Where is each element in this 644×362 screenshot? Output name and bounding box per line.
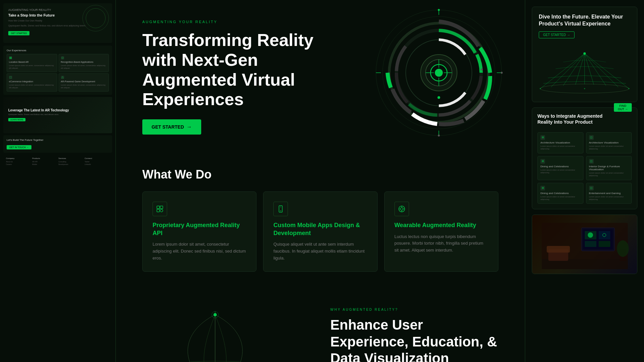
svg-point-43 [213,313,217,316]
svg-line-56 [585,53,629,88]
svg-point-58 [540,88,541,89]
dome-visual [539,42,630,95]
website-preview: AUGMENTING YOUR REALITY Take a Step Into… [0,0,115,362]
ways-item-title-2: Dining and Celebrations [540,165,580,168]
preview-exp-card-1: Recognition-Based Applications Lorem ips… [59,54,109,72]
service-card-icon-0 [153,202,167,216]
right-top-card-btn[interactable]: GET STARTED → [539,31,575,38]
svg-point-71 [588,232,593,238]
service-card-text-0: Lorem ipsum dolor sit amet, consectetur … [153,241,246,261]
ways-item-1: ◫ Architecture Visualization Lorem ipsum… [586,132,632,153]
preview-ar-text: Quisquam facilis. Donec sed finibus nisi… [8,113,107,115]
svg-rect-70 [599,241,610,247]
preview-future-section: Let's Build The Future Together GET IN T… [3,135,112,153]
svg-rect-2 [10,58,11,59]
preview-card-text-3: Lorem ipsum dolor sit amet, consectetur … [61,84,107,89]
preview-footer-col-2: Services Consulting Development [59,157,83,166]
ways-grid: ⊞ Architecture Visualization Lorem ipsum… [537,132,632,204]
ways-item-icon-0: ⊞ [540,135,545,140]
preview-card-title-0: Location Based AR [9,61,55,63]
enhance-title: Enhance User Experience, Education, & Da… [330,317,498,362]
svg-marker-6 [62,76,64,78]
hero-cta-label: GET STARTED [152,124,184,130]
ways-item-text-4: Lorem ipsum dolor sit amet consectetur a… [540,195,580,201]
preview-card-text-0: Lorem ipsum dolor sit amet, consectetur … [9,64,55,70]
preview-cards-grid: Location Based AR Lorem ipsum dolor sit … [7,54,109,92]
preview-card-title-3: AR-Powered Game Development [61,80,107,83]
preview-footer-item-0-1: Careers [6,163,31,165]
main-layout: AUGMENTING YOUR REALITY Take a Step Into… [0,0,644,362]
right-top-card: Dive Into the Future. Elevate Your Produ… [532,7,637,102]
preview-card-icon-1 [61,56,64,60]
ways-item-3: ◫ Interior Design & Furniture Visualizat… [586,156,632,180]
service-card-text-1: Quisque aliquet velit ut ante sem interd… [273,241,367,261]
svg-point-60 [584,88,585,89]
preview-footer-item-3-0: Twitter [85,161,110,163]
what-we-do-title: What We Do [142,168,498,181]
enhance-eyebrow: WHY AUGMENTED REALITY? [330,308,498,311]
svg-point-33 [160,209,163,212]
preview-footer-item-2-0: Consulting [59,161,83,163]
svg-rect-3 [11,58,12,59]
ways-item-icon-1: ◫ [589,135,594,140]
svg-line-50 [563,53,585,85]
ways-item-title-3: Interior Design & Furniture Visualizatio… [589,165,629,171]
enhance-content: WHY AUGMENTED REALITY? Enhance User Expe… [330,308,498,362]
preview-ar-btn[interactable]: LEARN MORE [8,118,25,121]
svg-rect-64 [547,246,570,253]
service-card-title-0: Proprietary Augmented Reality API [153,221,246,237]
service-card-0: Proprietary Augmented Reality API Lorem … [142,191,256,272]
service-card-1: Custom Mobile Apps Design & Development … [263,191,377,272]
ways-item-2: ⊞ Dining and Celebrations Lorem ipsum do… [537,156,583,180]
hud-svg [373,7,505,139]
preview-footer-col-title-1: Products [32,157,57,159]
ways-item-text-1: Lorem ipsum dolor sit amet consectetur a… [589,145,629,150]
ways-item-text-0: Lorem ipsum dolor sit amet consectetur a… [540,145,580,150]
svg-point-18 [501,72,503,74]
ways-item-text-3: Lorem ipsum dolor sit amet consectetur a… [589,172,629,177]
ways-item-icon-2: ⊞ [540,159,545,164]
preview-future-title: Let's Build The Future Together [7,139,109,141]
preview-card-text-1: Lorem ipsum dolor sit amet, consectetur … [61,64,107,70]
ways-cta-button[interactable]: FIND OUT → [614,103,632,112]
preview-future-btn[interactable]: GET IN TOUCH → [7,145,31,149]
preview-experiences-section: Our Experiences Location Based AR Lorem … [3,46,112,95]
hero-cta-arrow: → [187,124,192,130]
preview-cta-button[interactable]: GET STARTED [8,31,29,35]
preview-footer-item-1-0: AR API [32,161,57,163]
svg-point-23 [435,69,443,77]
preview-footer-item-3-1: LinkedIn [85,163,110,165]
preview-footer: Company About Us Careers Products AR API… [3,155,112,169]
svg-point-29 [481,68,483,70]
ways-item-text-5: Lorem ipsum dolor sit amet consectetur a… [589,195,629,201]
svg-rect-1 [11,57,12,58]
hero-cta-button[interactable]: GET STARTED → [142,119,201,135]
svg-point-57 [583,52,586,55]
right-panel: Dive Into the Future. Elevate Your Produ… [525,0,644,362]
preview-card-icon-2 [9,76,12,79]
preview-exp-card-3: AR-Powered Game Development Lorem ipsum … [59,73,109,92]
preview-footer-item-2-1: Development [59,163,83,165]
svg-rect-31 [160,206,163,209]
svg-rect-34 [279,206,282,212]
service-card-title-2: Wearable Augmented Reality [394,221,488,229]
ways-section: Ways to Integrate Augmented Reality Into… [532,107,637,210]
preview-card-icon-0 [9,56,12,60]
preview-ar-title: Leverage The Latest In AR Technology [8,108,107,112]
preview-footer-col-3: Connect Twitter LinkedIn [85,157,110,166]
ways-item-text-2: Lorem ipsum dolor sit amet consectetur a… [540,169,580,174]
center-panel: AUGMENTING YOUR REALITY Transforming Rea… [116,0,525,362]
svg-rect-32 [157,209,160,212]
what-we-do-section: What We Do Proprietary Augmented Reality… [116,154,525,285]
preview-footer-col-title-0: Company [6,157,31,159]
preview-footer-col-title-2: Services [59,157,83,159]
ways-item-icon-5: ◫ [589,186,594,190]
right-top-card-title: Dive Into the Future. Elevate Your Produ… [539,14,630,27]
svg-rect-69 [585,241,596,247]
preview-footer-col-0: Company About Us Careers [6,157,31,166]
svg-rect-68 [599,231,610,239]
enhance-section: WHY AUGMENTED REALITY? Enhance User Expe… [116,285,525,362]
preview-footer-item-1-1: Mobile [32,163,57,165]
ways-item-title-4: Dining and Celebrations [540,192,580,195]
service-card-title-1: Custom Mobile Apps Design & Development [273,221,367,237]
